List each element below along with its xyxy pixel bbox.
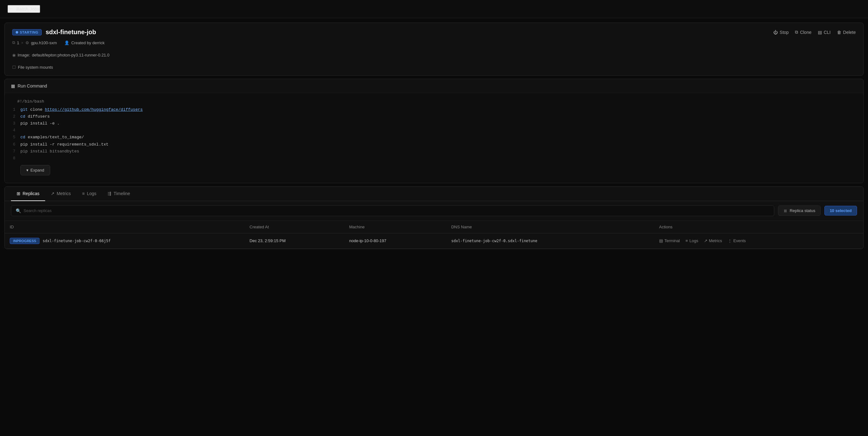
cell-created-at: Dec 23, 2:59:15 PM bbox=[245, 233, 344, 248]
filter-icon: ⫼ bbox=[783, 208, 787, 213]
stop-button[interactable]: ⏻ Stop bbox=[773, 30, 789, 35]
job-header: STARTING sdxl-finetune-job ⏻ Stop ⧉ Clon… bbox=[12, 29, 856, 36]
delete-label: Delete bbox=[843, 30, 856, 35]
run-command-icon: ▦ bbox=[11, 84, 15, 89]
inprogress-badge: INPROGRESS bbox=[10, 238, 39, 244]
back-arrow-icon: ← bbox=[8, 6, 14, 12]
top-bar: ← Batch Jobs bbox=[0, 0, 868, 18]
code-block: #!/bin/bash 1 git clone https://github.c… bbox=[5, 93, 863, 183]
gpu-icon: ⚙ bbox=[25, 40, 29, 45]
shebang-line: #!/bin/bash bbox=[11, 98, 857, 105]
filter-row: 🔍 ⫼ Replica status 10 selected bbox=[5, 201, 863, 221]
stop-label: Stop bbox=[780, 30, 789, 35]
terminal-icon: ▤ bbox=[659, 239, 663, 243]
tab-replicas[interactable]: ⊞ Replicas bbox=[11, 187, 45, 201]
stop-icon: ⏻ bbox=[773, 30, 778, 35]
tab-timeline[interactable]: ⇶ Timeline bbox=[102, 187, 135, 201]
clone-button[interactable]: ⧉ Clone bbox=[795, 30, 811, 35]
replica-count-icon: ⧉ bbox=[12, 40, 15, 45]
replicas-table: ID Created At Machine DNS Name Actions I… bbox=[5, 221, 863, 249]
code-line-8: 8 bbox=[11, 155, 857, 162]
code-line-4: 4 bbox=[11, 127, 857, 134]
status-badge: STARTING bbox=[12, 29, 42, 35]
events-button[interactable]: ⋮ Events bbox=[728, 239, 746, 243]
events-icon: ⋮ bbox=[728, 239, 732, 243]
gpu-label: gpu.h100-sxm bbox=[31, 40, 57, 45]
run-command-title: Run Command bbox=[18, 84, 47, 89]
col-actions: Actions bbox=[654, 221, 863, 233]
meta-sep-1: × bbox=[21, 40, 24, 45]
terminal-label: Terminal bbox=[664, 239, 680, 243]
job-meta: ⧉ 1 × ⚙ gpu.h100-sxm 👤 Created by derric… bbox=[12, 40, 856, 70]
job-title-area: STARTING sdxl-finetune-job bbox=[12, 29, 96, 36]
replicas-meta: ⧉ 1 × ⚙ gpu.h100-sxm bbox=[12, 40, 57, 45]
replicas-tab-label: Replicas bbox=[23, 191, 39, 196]
status-dot bbox=[16, 31, 18, 34]
run-command-section: ▦ Run Command #!/bin/bash 1 git clone ht… bbox=[4, 79, 864, 183]
job-card: STARTING sdxl-finetune-job ⏻ Stop ⧉ Clon… bbox=[4, 23, 864, 75]
col-created-at: Created At bbox=[245, 221, 344, 233]
filesystem-meta: ☐ File system mounts bbox=[12, 65, 53, 70]
expand-button[interactable]: ▾ Expand bbox=[20, 165, 50, 175]
replicas-tab-icon: ⊞ bbox=[17, 191, 20, 196]
job-name: sdxl-finetune-job bbox=[45, 29, 96, 36]
metrics-action-label: Metrics bbox=[709, 239, 722, 243]
cli-icon: ▤ bbox=[818, 30, 822, 35]
replica-id: sdxl-finetune-job-cw2f-0-66j5f bbox=[43, 239, 111, 243]
logs-tab-icon: ≡ bbox=[82, 191, 85, 196]
cli-button[interactable]: ▤ CLI bbox=[818, 30, 831, 35]
cli-label: CLI bbox=[824, 30, 831, 35]
tab-logs[interactable]: ≡ Logs bbox=[76, 187, 102, 201]
cell-machine: node-ip-10-0-80-197 bbox=[344, 233, 446, 248]
row-actions: ▤ Terminal ≡ Logs ↗ Metrics bbox=[659, 239, 858, 243]
search-input-wrap[interactable]: 🔍 bbox=[11, 206, 774, 216]
logs-action-icon: ≡ bbox=[685, 239, 688, 243]
table-header-row: ID Created At Machine DNS Name Actions bbox=[5, 221, 863, 233]
events-label: Events bbox=[734, 239, 746, 243]
terminal-button[interactable]: ▤ Terminal bbox=[659, 239, 680, 243]
selected-badge: 10 selected bbox=[825, 206, 857, 216]
metrics-tab-icon: ↗ bbox=[51, 191, 55, 196]
metrics-tab-label: Metrics bbox=[57, 191, 71, 196]
col-id: ID bbox=[5, 221, 245, 233]
tabs-header: ⊞ Replicas ↗ Metrics ≡ Logs ⇶ Timeline bbox=[5, 187, 863, 201]
table-row: INPROGRESS sdxl-finetune-job-cw2f-0-66j5… bbox=[5, 233, 863, 248]
timeline-tab-label: Timeline bbox=[114, 191, 130, 196]
creator-label: Created by derrick bbox=[71, 40, 104, 45]
job-actions: ⏻ Stop ⧉ Clone ▤ CLI 🗑 Delete bbox=[773, 30, 856, 35]
col-machine: Machine bbox=[344, 221, 446, 233]
selected-count: 10 selected bbox=[830, 208, 852, 213]
replica-count: 1 bbox=[17, 40, 19, 45]
run-command-header: ▦ Run Command bbox=[5, 79, 863, 93]
code-line-3: 3 pip install -e . bbox=[11, 120, 857, 127]
diffusers-link[interactable]: https://github.com/huggingface/diffusers bbox=[45, 107, 143, 112]
image-icon: ◉ bbox=[12, 53, 16, 57]
col-dns-name: DNS Name bbox=[446, 221, 654, 233]
metrics-button[interactable]: ↗ Metrics bbox=[704, 239, 722, 243]
filesystem-label: File system mounts bbox=[18, 65, 53, 70]
expand-label: Expand bbox=[30, 168, 44, 173]
code-line-1: 1 git clone https://github.com/huggingfa… bbox=[11, 106, 857, 113]
back-label: Batch Jobs bbox=[16, 6, 39, 11]
clone-icon: ⧉ bbox=[795, 30, 798, 35]
code-line-5: 5 cd examples/text_to_image/ bbox=[11, 134, 857, 141]
logs-button[interactable]: ≡ Logs bbox=[685, 239, 699, 243]
delete-button[interactable]: 🗑 Delete bbox=[837, 30, 856, 35]
tabs-section: ⊞ Replicas ↗ Metrics ≡ Logs ⇶ Timeline 🔍… bbox=[4, 186, 864, 249]
search-icon: 🔍 bbox=[16, 208, 21, 213]
creator-meta: 👤 Created by derrick bbox=[64, 40, 104, 45]
image-prefix: Image: bbox=[18, 53, 30, 57]
search-input[interactable] bbox=[24, 208, 770, 213]
tab-metrics[interactable]: ↗ Metrics bbox=[45, 187, 76, 201]
clone-label: Clone bbox=[800, 30, 811, 35]
cell-dns-name: sdxl-finetune-job-cw2f-0.sdxl-finetune bbox=[446, 233, 654, 248]
replica-status-filter[interactable]: ⫼ Replica status bbox=[778, 206, 820, 216]
image-value: default/lepton:photon-py3.11-runner-0.21… bbox=[32, 53, 110, 57]
status-label: STARTING bbox=[20, 30, 38, 34]
back-button[interactable]: ← Batch Jobs bbox=[7, 5, 40, 13]
cell-id: INPROGRESS sdxl-finetune-job-cw2f-0-66j5… bbox=[5, 233, 245, 248]
code-line-7: 7 pip install bitsandbytes bbox=[11, 148, 857, 155]
image-meta: ◉ Image: default/lepton:photon-py3.11-ru… bbox=[12, 53, 856, 57]
code-line-2: 2 cd diffusers bbox=[11, 113, 857, 120]
cell-actions: ▤ Terminal ≡ Logs ↗ Metrics bbox=[654, 233, 863, 248]
